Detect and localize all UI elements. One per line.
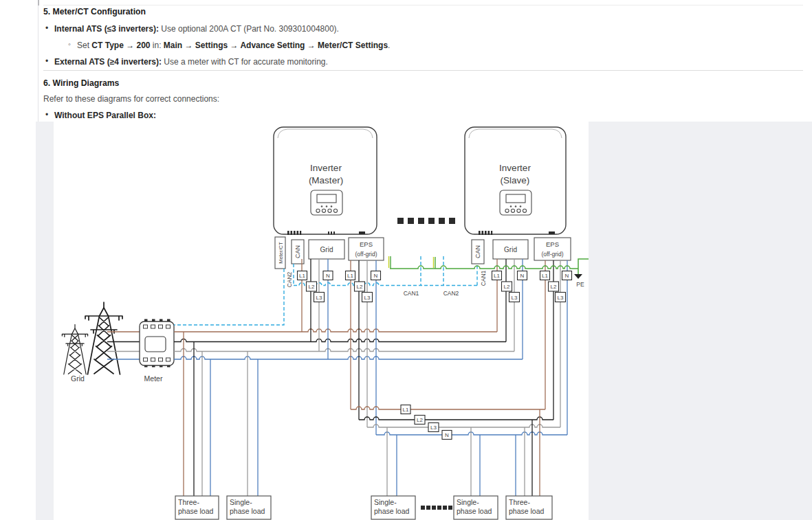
- more-loads-ellipsis-icon: [421, 506, 452, 510]
- svg-text:L1: L1: [299, 273, 305, 279]
- slave-port-grid-label: Grid: [504, 246, 517, 253]
- svg-text:phase load: phase load: [509, 507, 545, 515]
- svg-text:phase load: phase load: [178, 507, 214, 515]
- master-inverter-label: Inverter: [310, 163, 342, 173]
- svg-text:N: N: [445, 432, 449, 438]
- master-port-eps-sublabel: (off-grid): [355, 251, 377, 258]
- grid-bus-lines: [174, 329, 523, 359]
- svg-text:L3: L3: [558, 295, 564, 301]
- section-6-paragraph: Refer to these diagrams for correct conn…: [43, 94, 219, 104]
- section-6-bullet-1: Without EPS Parallel Box:: [54, 111, 156, 120]
- eps-load-bus-lines: [351, 407, 567, 435]
- slave-inverter-label: Inverter: [499, 163, 531, 173]
- single-phase-load-label: Single-: [230, 498, 252, 506]
- load-boxes: Three- phase load Single- phase load Sin…: [175, 496, 552, 519]
- slave-port-can-label: CAN: [474, 245, 481, 258]
- master-port-meter-ct-label: Meter/CT: [278, 242, 284, 264]
- meter-caption: Meter: [144, 374, 163, 383]
- left-divider-line: [38, 0, 39, 122]
- master-inverter: Inverter (Master): [274, 127, 377, 235]
- can-communication-lines: [174, 256, 477, 325]
- wiring-diagram-image: Inverter (Master) Inverter (Slave): [54, 122, 589, 520]
- section-6-heading: 6. Wiring Diagrams: [43, 78, 119, 88]
- energy-meter: [140, 319, 174, 368]
- svg-text:phase load: phase load: [374, 507, 410, 515]
- slave-port-eps-sublabel: (off-grid): [542, 251, 564, 258]
- bullet-marker: •: [45, 56, 48, 66]
- left-divider-tick: [38, 0, 39, 5]
- svg-text:L3: L3: [430, 425, 437, 431]
- phase-label-boxes: L1N L2L3 L1N L2L3 L1N L2L3 L1N L2L3: [298, 271, 572, 302]
- master-can2-label: CAN2: [286, 271, 293, 287]
- middle-can1-label: CAN1: [404, 290, 419, 297]
- pe-ground-icon: [574, 274, 582, 279]
- section-5-bullet-1: Internal ATS (≤3 inverters): Use optiona…: [54, 24, 339, 34]
- single-phase-load-label: Single-: [457, 498, 479, 506]
- master-inverter-sublabel: (Master): [309, 175, 343, 185]
- pe-label: PE: [576, 281, 584, 288]
- svg-text:L2: L2: [551, 284, 557, 290]
- svg-text:phase load: phase load: [457, 507, 492, 515]
- svg-text:L1: L1: [494, 273, 500, 279]
- master-inverter-display-icon: [311, 190, 342, 215]
- slave-port-eps-label: EPS: [546, 240, 559, 248]
- grid-vertical-wires: [184, 259, 523, 496]
- svg-text:phase load: phase load: [230, 507, 265, 515]
- slave-inverter-sublabel: (Slave): [501, 175, 530, 185]
- top-rule: [43, 5, 803, 5]
- svg-text:L3: L3: [316, 295, 322, 301]
- section-divider-rule: [43, 70, 803, 71]
- svg-text:L1: L1: [403, 407, 409, 413]
- master-port-grid-label: Grid: [320, 246, 333, 253]
- document-page: 5. Meter/CT Configuration • Internal ATS…: [0, 0, 812, 520]
- svg-text:L2: L2: [417, 417, 423, 423]
- svg-text:L1: L1: [542, 273, 548, 279]
- svg-text:L3: L3: [364, 295, 371, 301]
- master-port-can-label: CAN: [294, 245, 301, 258]
- section-5-bullet-2: External ATS (≥4 inverters): Use a meter…: [54, 57, 328, 67]
- svg-text:L1: L1: [347, 273, 353, 279]
- eps-load-drop-wires: [387, 409, 540, 496]
- svg-text:N: N: [520, 273, 525, 279]
- svg-text:L2: L2: [357, 284, 363, 290]
- slave-inverter: Inverter (Slave): [465, 127, 566, 235]
- middle-can2-label: CAN2: [443, 290, 459, 297]
- slave-inverter-display-icon: [500, 190, 531, 215]
- eps-vertical-wires: [351, 260, 567, 435]
- svg-text:N: N: [326, 273, 330, 279]
- more-inverters-ellipsis-icon: [397, 218, 455, 224]
- bullet-marker: •: [45, 23, 48, 33]
- svg-text:L2: L2: [309, 284, 315, 290]
- grid-caption: Grid: [71, 374, 85, 383]
- single-phase-load-label: Single-: [374, 498, 397, 506]
- transmission-towers-icon: [62, 302, 122, 374]
- svg-text:N: N: [565, 273, 569, 279]
- svg-text:L3: L3: [512, 295, 518, 301]
- three-phase-load-label: Three-: [178, 498, 199, 506]
- sub-bullet-marker: ◦: [68, 40, 71, 48]
- section-5-heading: 5. Meter/CT Configuration: [43, 7, 146, 16]
- bullet-marker: •: [45, 110, 48, 120]
- section-5-sub-bullet: Set CT Type → 200 in: Main → Settings → …: [77, 41, 390, 50]
- svg-text:N: N: [374, 273, 378, 279]
- three-phase-load-label: Three-: [509, 498, 530, 506]
- master-port-eps-label: EPS: [360, 240, 373, 248]
- slave-can1-label: CAN1: [480, 270, 487, 286]
- load-bus-label-boxes: L1L2 L3N: [401, 405, 452, 440]
- svg-text:L2: L2: [504, 284, 510, 290]
